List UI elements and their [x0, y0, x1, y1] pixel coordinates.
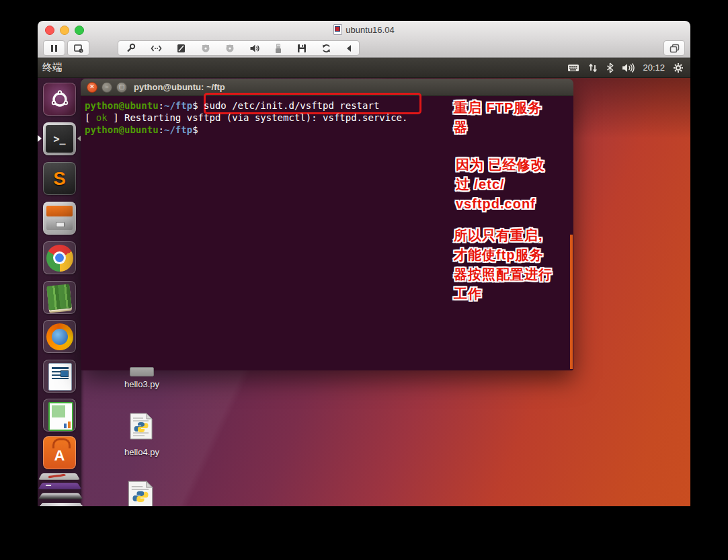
vmware-window: ubuntu16.04 — [38, 21, 690, 506]
active-app-arrow-icon — [38, 135, 42, 142]
clock[interactable]: 20:12 — [643, 63, 665, 73]
terminal-close-button[interactable]: ✕ — [87, 82, 97, 93]
network-updown-icon[interactable] — [588, 63, 598, 73]
terminal-glyph-icon: >_ — [53, 133, 65, 145]
terminal-line-command: python@ubuntu:~/ftp$ sudo /etc/init.d/vs… — [85, 99, 379, 112]
launcher-item-libreoffice-calc[interactable] — [43, 399, 76, 432]
bluetooth-icon[interactable] — [606, 63, 614, 73]
mac-titlebar: ubuntu16.04 — [38, 21, 690, 38]
purple-app-icon — [38, 483, 81, 489]
vm-screen: 终端 — [38, 58, 690, 506]
hello4-file-icon[interactable] — [130, 413, 153, 440]
screenshot-root: ubuntu16.04 — [0, 0, 728, 560]
snapshot-icon — [73, 43, 84, 54]
terminal-maximize-button[interactable]: ▢ — [116, 82, 127, 93]
terminal-line-prompt: python@ubuntu:~/ftp$ — [85, 124, 204, 136]
hello5-file-icon[interactable] — [128, 481, 153, 506]
ubuntu-logo-icon — [50, 89, 70, 110]
device-toolbar-group — [118, 40, 360, 56]
pause-vm-button[interactable] — [43, 40, 65, 56]
close-window-button[interactable] — [45, 26, 54, 35]
keyboard-icon[interactable] — [567, 63, 579, 73]
volume-icon[interactable] — [622, 63, 635, 73]
command-text: sudo /etc/init.d/vsftpd restart — [204, 100, 379, 111]
usb-icon[interactable] — [274, 43, 283, 54]
launcher-item-terminal[interactable]: >_ — [43, 122, 76, 155]
ubuntu-desktop: >_ S — [38, 78, 690, 506]
floppy-icon[interactable] — [296, 43, 307, 54]
annotation-restart-ftp: 重启 FTP服务 器 — [454, 98, 542, 137]
sublime-s-icon: S — [53, 168, 66, 190]
launcher-item-sublime-text[interactable]: S — [43, 162, 76, 195]
window-title-area: ubuntu16.04 — [38, 21, 690, 38]
launcher-item-chrome[interactable] — [43, 241, 76, 274]
hard-disk-icon[interactable] — [176, 43, 187, 54]
display-mode-button[interactable] — [663, 40, 685, 56]
launcher-item-ubuntu-dash[interactable] — [43, 83, 76, 116]
hello3-file-icon[interactable] — [130, 367, 154, 376]
session-gear-icon[interactable] — [673, 63, 684, 73]
overlap-windows-icon — [670, 44, 680, 53]
active-app-title: 终端 — [42, 61, 63, 74]
unity-launcher: >_ S — [38, 78, 81, 506]
window-title: ubuntu16.04 — [346, 25, 394, 35]
cd-rom-icon[interactable] — [200, 43, 211, 54]
settings-wrench-icon[interactable] — [125, 43, 136, 54]
cd-rom2-icon[interactable] — [225, 43, 235, 54]
annotation-modified-conf: 因为 已经修改 过 /etc/ vsftpd.conf — [456, 155, 545, 214]
hello4-file-label[interactable]: hello4.py — [105, 447, 179, 457]
vm-document-icon — [333, 24, 342, 35]
terminal-scrollbar[interactable] — [570, 235, 573, 369]
ubuntu-top-panel: 终端 — [38, 58, 690, 78]
launcher-item-file-cabinet[interactable] — [43, 202, 76, 235]
calc-spreadsheet-icon — [48, 402, 73, 431]
network-adapter-icon[interactable] — [150, 43, 163, 54]
terminal-line-output: [ ok ] Restarting vsftpd (via systemctl)… — [85, 112, 407, 124]
annotation-restart-required: 所以只有重启, 才能使ftp服务 器按照配置进行 工作 — [454, 226, 553, 304]
terminal-minimize-button[interactable]: − — [102, 82, 112, 93]
chrome-logo-icon — [46, 245, 73, 272]
zoom-window-button[interactable] — [75, 26, 84, 35]
minimize-window-button[interactable] — [60, 26, 69, 35]
sync-icon[interactable] — [321, 43, 332, 54]
vmware-toolbar — [38, 38, 690, 58]
launcher-item-firefox[interactable] — [43, 320, 76, 353]
traffic-lights — [45, 26, 84, 35]
launcher-stacked-apps[interactable] — [38, 471, 81, 506]
launcher-item-books[interactable] — [43, 281, 76, 314]
writer-document-icon — [48, 363, 72, 391]
terminal-title: python@ubuntu: ~/ftp — [134, 82, 225, 92]
launcher-item-libreoffice-writer[interactable] — [43, 360, 76, 393]
firefox-logo-icon — [46, 323, 73, 350]
books-icon — [46, 284, 72, 310]
system-settings-icon — [38, 473, 80, 480]
folder-drawer-icon — [46, 206, 73, 216]
launcher-item-software-center[interactable]: A — [43, 436, 76, 469]
collapse-toolbar-icon[interactable] — [346, 43, 352, 54]
hello3-file-label[interactable]: hello3.py — [105, 379, 179, 389]
sound-icon[interactable] — [249, 43, 260, 54]
software-bag-icon: A — [43, 436, 76, 469]
trash-icon — [38, 503, 84, 506]
snapshot-button[interactable] — [67, 40, 89, 56]
workspace-icon — [38, 493, 83, 499]
panel-indicators: 20:12 — [567, 58, 684, 77]
